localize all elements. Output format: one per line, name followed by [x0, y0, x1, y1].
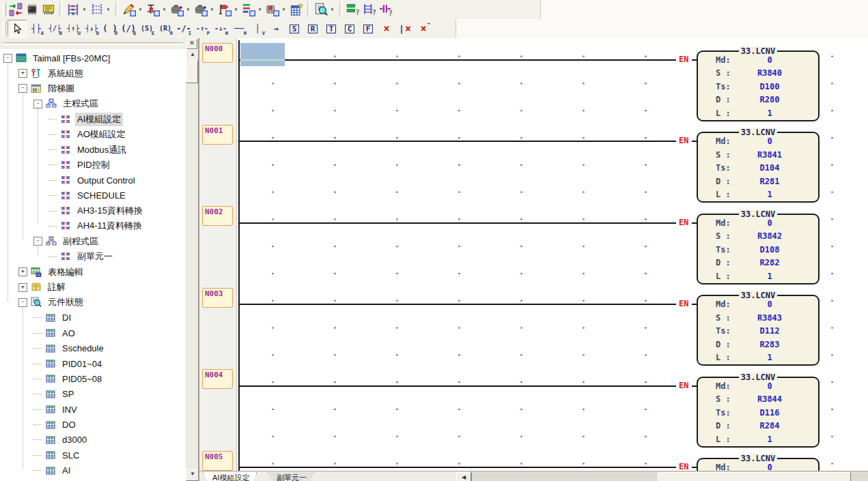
- dropdown-arrow-icon[interactable]: ▼: [81, 8, 87, 12]
- collapse-toggle-icon[interactable]: -: [18, 298, 27, 307]
- contact-help-button[interactable]: ?: [378, 1, 394, 18]
- coil-e-tool[interactable]: (S)E: [138, 20, 156, 37]
- table-calc-button[interactable]: [288, 1, 305, 18]
- arrow-tool[interactable]: →: [267, 20, 285, 37]
- tree-item[interactable]: AI: [0, 463, 186, 478]
- coil-o-tool[interactable]: ( )O: [101, 20, 119, 37]
- tree-item[interactable]: PID01~04: [0, 356, 186, 371]
- horizontal-scrollbar[interactable]: [471, 471, 868, 481]
- tree-item[interactable]: SCHEDULE: [0, 188, 186, 203]
- close-panel-button[interactable]: ✕: [186, 39, 197, 49]
- tree-item[interactable]: AO: [0, 325, 186, 340]
- tree-item[interactable]: +註解: [0, 280, 186, 295]
- edit-pencil-button[interactable]: ▼: [121, 1, 145, 18]
- dropdown-arrow-icon[interactable]: ▼: [209, 8, 215, 12]
- device-m-button[interactable]: M▼: [264, 1, 288, 18]
- tree-item[interactable]: INV: [0, 402, 186, 417]
- network-button[interactable]: ▼: [65, 1, 89, 18]
- tree-item[interactable]: AO模組設定: [0, 127, 186, 142]
- expand-toggle-icon[interactable]: +: [18, 267, 27, 276]
- expand-toggle-icon[interactable]: +: [18, 283, 27, 292]
- dropdown-arrow-icon[interactable]: ▼: [137, 8, 143, 12]
- rung-number[interactable]: N001: [202, 125, 233, 145]
- tree-item[interactable]: AH3-15資料轉換: [0, 203, 186, 218]
- dropdown-arrow-icon[interactable]: ▼: [161, 8, 167, 12]
- contact-a-tool[interactable]: ┤├A: [27, 20, 45, 37]
- search-button[interactable]: ▼: [313, 1, 337, 18]
- collapse-toggle-icon[interactable]: -: [33, 237, 42, 246]
- device-a-button[interactable]: ▼: [169, 1, 193, 18]
- expand-toggle-icon[interactable]: +: [18, 69, 27, 78]
- select-tool[interactable]: [8, 20, 27, 38]
- dropdown-arrow-icon[interactable]: ▼: [105, 8, 111, 12]
- io-config-button[interactable]: [8, 1, 24, 18]
- tree-item[interactable]: +表格編輯: [0, 264, 186, 279]
- scroll-down-button[interactable]: ▼: [186, 469, 199, 481]
- tree-scrollbar[interactable]: ▲ ▼: [186, 49, 198, 481]
- tree-item[interactable]: Sschedule: [0, 340, 186, 355]
- coil-r-tool[interactable]: (R)R: [156, 20, 174, 37]
- func-t-tool[interactable]: T: [322, 20, 340, 37]
- rung-number[interactable]: N005: [202, 451, 233, 471]
- tree-item[interactable]: -階梯圖: [0, 81, 186, 96]
- collapse-toggle-icon[interactable]: -: [33, 100, 42, 108]
- ladder-edit-button[interactable]: ▼: [89, 1, 113, 18]
- func-c-tool[interactable]: C: [341, 20, 359, 37]
- collapse-toggle-icon[interactable]: -: [3, 54, 12, 63]
- delete-hline-tool[interactable]: ×→: [415, 20, 432, 37]
- tree-item[interactable]: +系統組態: [0, 65, 186, 81]
- pulse-p-tool[interactable]: -↑-P: [193, 20, 211, 37]
- dropdown-arrow-icon[interactable]: ▼: [185, 8, 191, 12]
- func-s-tool[interactable]: S: [285, 20, 303, 37]
- tree-item[interactable]: PID控制: [0, 158, 186, 173]
- tree-item[interactable]: Output Control: [0, 173, 186, 188]
- tree-item[interactable]: -副程式區: [0, 234, 186, 249]
- rung-number[interactable]: N003: [202, 288, 233, 308]
- tag-button[interactable]: ▼: [216, 1, 240, 18]
- bottom-tab[interactable]: 副單元一: [268, 472, 314, 481]
- hline-tool[interactable]: ──H: [230, 20, 248, 37]
- toolbar-grip[interactable]: [3, 22, 6, 35]
- tree-item[interactable]: PID05~08: [0, 371, 186, 386]
- chip-button[interactable]: [24, 1, 40, 18]
- dropdown-arrow-icon[interactable]: ▼: [233, 8, 239, 12]
- tree-item[interactable]: SLC: [0, 448, 186, 463]
- function-block[interactable]: 33.LCNVMd:0S :R3842Ts:D108D :R282L :1: [697, 214, 820, 285]
- contact-u-tool[interactable]: ┤↑├U: [64, 20, 82, 37]
- scrollbar-thumb[interactable]: [186, 60, 198, 83]
- tab-scroll-left-button[interactable]: ◀: [456, 472, 471, 481]
- contact-b-tool[interactable]: ┤/├B: [46, 20, 64, 37]
- panel-grip[interactable]: [3, 42, 183, 45]
- invert-i-tool[interactable]: -/-I: [175, 20, 193, 37]
- rom-button[interactable]: [40, 1, 57, 18]
- collapse-toggle-icon[interactable]: -: [18, 84, 27, 93]
- dropdown-arrow-icon[interactable]: ▼: [257, 8, 263, 12]
- vline-tool[interactable]: │V: [249, 20, 266, 37]
- coil-q-tool[interactable]: (/)Q: [120, 20, 137, 37]
- dropdown-arrow-icon[interactable]: ▼: [281, 8, 287, 12]
- tree-item[interactable]: AH4-11資料轉換: [0, 218, 186, 233]
- tree-item[interactable]: 副單元一: [0, 249, 186, 264]
- selected-cell[interactable]: [240, 43, 285, 66]
- rung-number[interactable]: N000: [202, 43, 233, 63]
- function-block[interactable]: 33.LCNVMd:0S :R3843Ts:D112D :R283L :1: [697, 295, 820, 366]
- device-b-button[interactable]: ▼: [193, 1, 216, 18]
- bottom-tab[interactable]: AI模組設定: [204, 472, 257, 481]
- horizontal-scrollbar-thumb[interactable]: [658, 472, 851, 481]
- ladder-help-button[interactable]: ?: [361, 1, 378, 18]
- func-f-tool[interactable]: F: [359, 20, 377, 37]
- pulse-n-tool[interactable]: -↓-N: [212, 20, 229, 37]
- tree-item[interactable]: -主程式區: [0, 96, 186, 111]
- rung-number[interactable]: N002: [202, 206, 233, 226]
- toolbar-grip[interactable]: [3, 3, 6, 16]
- delete-vline-tool[interactable]: |×: [396, 20, 414, 37]
- tree-item[interactable]: SP: [0, 387, 186, 402]
- dropdown-arrow-icon[interactable]: ▼: [329, 8, 335, 12]
- tree-item[interactable]: AI模組設定: [0, 112, 186, 127]
- function-block[interactable]: 33.LCNVMd:0S :R3840Ts:D100D :R280L :1: [697, 50, 820, 121]
- rung-number[interactable]: N004: [202, 369, 233, 389]
- contact-d-tool[interactable]: ┤↓├D: [83, 20, 100, 37]
- tree-item[interactable]: DO: [0, 417, 186, 432]
- tree-item[interactable]: DI: [0, 310, 186, 325]
- tree-item[interactable]: -元件狀態: [0, 295, 186, 310]
